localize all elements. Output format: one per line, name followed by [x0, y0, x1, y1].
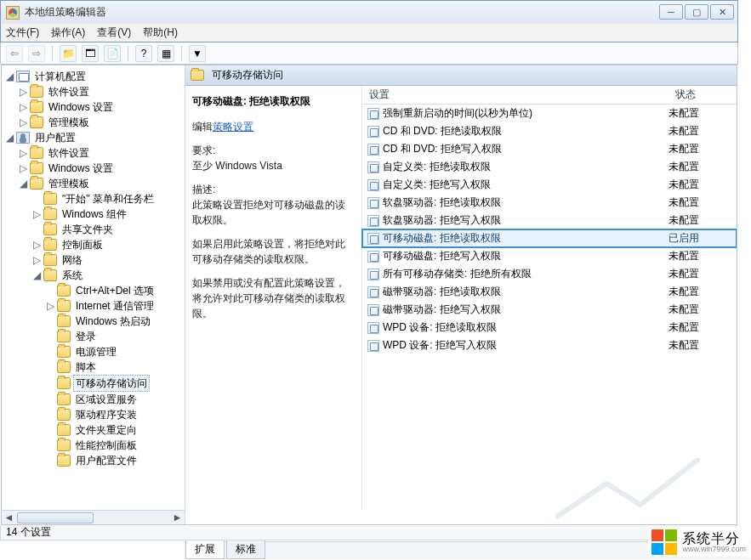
nav-forward-button[interactable]: ⇨	[28, 45, 45, 62]
col-state[interactable]: 状态	[669, 88, 737, 102]
tree-item[interactable]: 网络	[60, 252, 85, 268]
tree-item[interactable]: Internet 通信管理	[73, 298, 156, 314]
tree-removable-storage[interactable]: 可移动存储访问	[73, 375, 150, 392]
tree-item[interactable]: Windows 热启动	[73, 314, 153, 329]
policy-row[interactable]: CD 和 DVD: 拒绝写入权限未配置	[362, 140, 737, 158]
client-area: ◢计算机配置 ▷软件设置 ▷Windows 设置 ▷管理模板 ◢用户配置 ▷软件…	[1, 65, 737, 525]
maximize-button[interactable]: ▢	[685, 4, 708, 20]
policy-row[interactable]: 自定义类: 拒绝读取权限未配置	[362, 158, 737, 176]
tree-item[interactable]: Ctrl+Alt+Del 选项	[73, 283, 156, 298]
tab-extended[interactable]: 扩展	[185, 540, 225, 559]
tree-item[interactable]: 软件设置	[46, 84, 92, 99]
policy-row[interactable]: 自定义类: 拒绝写入权限未配置	[362, 176, 737, 194]
tree-item[interactable]: 共享文件夹	[60, 222, 116, 237]
policy-row[interactable]: 软盘驱动器: 拒绝读取权限未配置	[362, 194, 737, 212]
col-setting[interactable]: 设置	[362, 88, 669, 102]
tree-item[interactable]: 脚本	[73, 359, 99, 375]
tree-item[interactable]: Windows 设置	[46, 161, 116, 176]
filter-button[interactable]: ▼	[189, 45, 206, 62]
policy-row[interactable]: 可移动磁盘: 拒绝写入权限未配置	[362, 247, 737, 265]
tree-horizontal-scrollbar[interactable]: ◄ ►	[2, 510, 185, 524]
policy-row[interactable]: WPD 设备: 拒绝写入权限未配置	[362, 337, 737, 354]
tree-item[interactable]: 文件夹重定向	[73, 422, 139, 438]
expand-icon[interactable]: ▷	[19, 84, 28, 99]
desc-label: 描述:	[192, 184, 215, 195]
watermark-url: www.win7999.com	[682, 546, 746, 553]
menu-file[interactable]: 文件(F)	[6, 25, 39, 40]
tree-item[interactable]: Windows 设置	[46, 99, 116, 115]
policy-tree[interactable]: ◢计算机配置 ▷软件设置 ▷Windows 设置 ▷管理模板 ◢用户配置 ▷软件…	[2, 65, 185, 511]
tab-standard[interactable]: 标准	[226, 540, 265, 559]
policy-row[interactable]: WPD 设备: 拒绝读取权限未配置	[362, 319, 737, 337]
tree-item[interactable]: Windows 组件	[60, 206, 129, 222]
menu-action[interactable]: 操作(A)	[51, 25, 85, 40]
close-button[interactable]: ✕	[710, 4, 734, 20]
tree-system[interactable]: 系统	[60, 268, 85, 283]
policy-icon	[367, 322, 379, 334]
policy-icon	[367, 304, 379, 316]
policy-icon	[367, 286, 379, 298]
tree-admin-templates[interactable]: 管理模板	[46, 176, 92, 191]
scroll-left-icon[interactable]: ◄	[2, 511, 16, 525]
policy-row[interactable]: 磁带驱动器: 拒绝写入权限未配置	[362, 301, 737, 319]
menu-bar: 文件(F) 操作(A) 查看(V) 帮助(H)	[0, 24, 738, 42]
properties-button[interactable]: 📄	[104, 45, 121, 62]
folder-icon	[30, 147, 43, 159]
folder-icon	[57, 424, 71, 436]
scroll-right-icon[interactable]: ►	[170, 511, 185, 525]
expand-icon[interactable]: ▷	[19, 161, 28, 176]
policy-name: 自定义类: 拒绝写入权限	[383, 178, 669, 192]
folder-icon	[57, 346, 71, 358]
help-button[interactable]: ?	[135, 45, 152, 62]
policy-icon	[367, 197, 379, 209]
tree-computer-config[interactable]: 计算机配置	[32, 69, 88, 84]
policy-row[interactable]: 所有可移动存储类: 拒绝所有权限未配置	[362, 265, 737, 283]
details-heading: 可移动存储访问	[212, 68, 283, 82]
expand-icon[interactable]: ▷	[19, 115, 28, 130]
list-header: 设置 状态	[362, 86, 737, 105]
show-hide-tree-button[interactable]: 🗔	[82, 45, 99, 62]
tree-item[interactable]: 控制面板	[60, 237, 105, 252]
policy-row[interactable]: 可移动磁盘: 拒绝读取权限已启用	[362, 229, 737, 247]
scroll-thumb[interactable]	[17, 512, 94, 523]
nav-back-button[interactable]: ⇦	[6, 45, 23, 62]
policy-icon	[367, 269, 379, 280]
tree-user-config[interactable]: 用户配置	[32, 130, 78, 145]
expand-icon[interactable]: ◢	[32, 268, 42, 283]
tree-item[interactable]: 软件设置	[46, 145, 92, 161]
tree-item[interactable]: 驱动程序安装	[73, 407, 139, 422]
policy-state: 未配置	[669, 124, 737, 139]
tree-item[interactable]: 电源管理	[73, 344, 119, 359]
desc-text-1: 此策略设置拒绝对可移动磁盘的读取权限。	[192, 199, 345, 226]
expand-icon[interactable]: ▷	[32, 206, 42, 222]
minimize-button[interactable]: ─	[659, 4, 683, 20]
expand-icon[interactable]: ◢	[5, 69, 14, 84]
policy-name: 强制重新启动的时间(以秒为单位)	[383, 106, 669, 121]
expand-icon[interactable]: ◢	[5, 130, 14, 145]
tree-item[interactable]: "开始" 菜单和任务栏	[60, 191, 156, 206]
export-button[interactable]: ▦	[157, 45, 174, 62]
expand-icon[interactable]: ▷	[19, 145, 28, 161]
expand-icon[interactable]: ▷	[32, 252, 42, 268]
policy-row[interactable]: CD 和 DVD: 拒绝读取权限未配置	[362, 122, 737, 140]
folder-icon	[30, 101, 43, 113]
window-title: 本地组策略编辑器	[25, 5, 106, 20]
menu-view[interactable]: 查看(V)	[97, 25, 131, 40]
up-level-button[interactable]: 📁	[60, 45, 77, 62]
folder-icon	[57, 439, 71, 451]
tree-item[interactable]: 管理模板	[46, 115, 92, 130]
tree-item[interactable]: 登录	[73, 329, 99, 344]
expand-icon[interactable]: ◢	[19, 176, 28, 191]
tree-item[interactable]: 区域设置服务	[73, 392, 139, 407]
expand-icon[interactable]: ▷	[32, 237, 42, 252]
tree-item[interactable]: 用户配置文件	[73, 453, 139, 468]
expand-icon[interactable]: ▷	[19, 99, 28, 115]
policy-row[interactable]: 磁带驱动器: 拒绝读取权限未配置	[362, 283, 737, 301]
folder-icon	[43, 269, 57, 281]
policy-row[interactable]: 软盘驱动器: 拒绝写入权限未配置	[362, 212, 737, 229]
tree-item[interactable]: 性能控制面板	[73, 438, 139, 453]
edit-policy-link[interactable]: 策略设置	[213, 121, 253, 133]
expand-icon[interactable]: ▷	[46, 298, 55, 314]
policy-row[interactable]: 强制重新启动的时间(以秒为单位)未配置	[362, 105, 737, 122]
menu-help[interactable]: 帮助(H)	[143, 25, 178, 40]
